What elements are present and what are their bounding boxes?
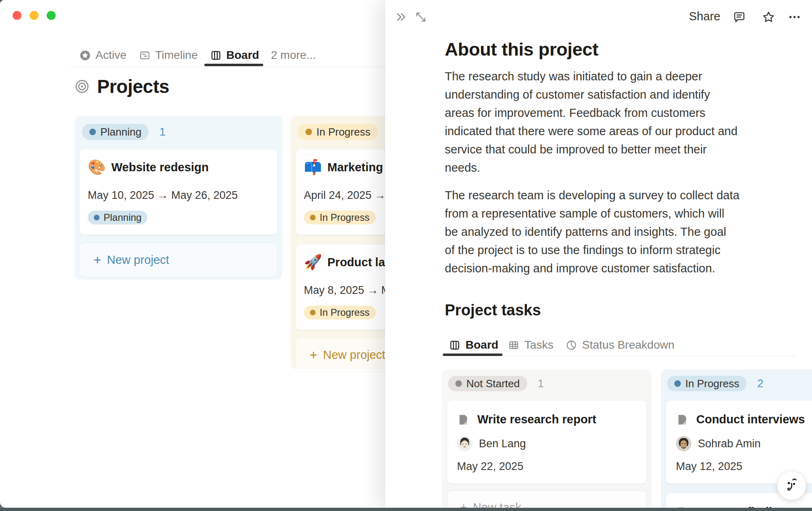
- tasks-tab-board[interactable]: Board: [449, 336, 498, 354]
- tab-timeline-view[interactable]: Timeline: [139, 46, 198, 65]
- column-count: 1: [538, 377, 544, 390]
- ai-face-icon: [783, 477, 801, 494]
- close-side-peek-button[interactable]: [392, 8, 410, 26]
- tab-label: Board: [226, 49, 259, 62]
- card-title: Product lau: [327, 256, 392, 269]
- mailbox-emoji-icon: 📫: [304, 158, 323, 176]
- tab-label: Status Breakdown: [582, 339, 674, 351]
- card-status-tag: Planning: [88, 211, 147, 224]
- avatar-ben-lang: [457, 436, 472, 451]
- board-icon: [449, 339, 461, 351]
- bullseye-icon: [74, 79, 90, 94]
- column-name: In Progress: [316, 126, 370, 138]
- tasks-column-not-started: Not Started 1 Write research report: [442, 369, 652, 508]
- about-paragraph-2: The research team is developing a survey…: [445, 186, 782, 278]
- card-title: Marketing c: [327, 161, 393, 174]
- notion-ai-button[interactable]: [777, 471, 806, 500]
- notion-window: Active Timeline Board 2 more... Projects: [0, 0, 812, 508]
- desktop-strip: [0, 507, 812, 511]
- tab-board-view[interactable]: Board: [210, 46, 259, 65]
- card-status-tag: In Progress: [304, 211, 376, 224]
- status-dot: [674, 380, 681, 387]
- assignee-name: Sohrab Amin: [698, 438, 761, 450]
- column-name: Not Started: [466, 377, 520, 390]
- status-dot: [310, 310, 316, 315]
- tab-active-view[interactable]: Active: [79, 46, 126, 65]
- pie-chart-icon: [565, 339, 577, 351]
- status-dot: [455, 380, 462, 387]
- screen: Active Timeline Board 2 more... Projects: [0, 0, 812, 511]
- card-title: Interpret findings: [696, 505, 793, 508]
- plus-icon: +: [310, 348, 317, 362]
- tag-label: Planning: [104, 212, 141, 223]
- page-icon: [457, 414, 469, 426]
- page-title: Projects: [97, 75, 169, 97]
- column-name: In Progress: [685, 377, 739, 390]
- tab-label: Board: [466, 339, 498, 351]
- status-dot: [89, 129, 96, 135]
- about-paragraph-1: The research study was initiated to gain…: [445, 67, 782, 177]
- tasks-tab-tasks[interactable]: Tasks: [508, 336, 554, 354]
- palette-emoji-icon: 🎨: [88, 158, 106, 176]
- card-title: Write research report: [477, 413, 596, 426]
- column-name: Planning: [100, 126, 141, 138]
- tab-label: Timeline: [155, 49, 198, 62]
- card-due-date: May 22, 2025: [457, 460, 637, 473]
- tab-label: Active: [95, 49, 126, 62]
- card-title: Conduct interviews: [696, 413, 805, 426]
- board-column-planning: Planning 1 🎨 Website redesign May 10, 20…: [74, 116, 282, 280]
- new-task-button[interactable]: + New task: [447, 490, 647, 508]
- new-project-button-planning[interactable]: + New project: [79, 242, 277, 277]
- status-dot: [94, 215, 100, 220]
- plus-icon: +: [460, 501, 467, 508]
- minimize-window-button[interactable]: [30, 11, 39, 20]
- card-date-range: May 10, 2025 → May 26, 2025: [88, 189, 269, 202]
- favorite-star-button[interactable]: [760, 8, 777, 26]
- avatar-sohrab-amin: [676, 436, 691, 451]
- tab-label: Tasks: [524, 339, 554, 351]
- status-dot: [305, 129, 312, 135]
- status-dot: [310, 215, 316, 220]
- new-project-label: New project: [107, 253, 169, 267]
- assignee-name: Ben Lang: [479, 438, 526, 450]
- close-window-button[interactable]: [13, 11, 22, 20]
- new-task-label: New task: [473, 501, 521, 508]
- table-icon: [508, 339, 520, 351]
- column-status-pill[interactable]: Planning: [82, 124, 149, 140]
- board-icon: [210, 50, 222, 61]
- plus-icon: +: [93, 253, 101, 267]
- tab-more-views[interactable]: 2 more...: [271, 46, 316, 65]
- column-header: Not Started 1: [448, 376, 645, 391]
- card-title: Website redesign: [111, 161, 209, 174]
- page-icon: [676, 414, 688, 426]
- column-count: 1: [159, 125, 166, 138]
- side-peek-panel: Share About this project The research st…: [385, 0, 812, 508]
- column-header: Planning 1: [82, 124, 275, 140]
- star-circle-icon: [79, 50, 91, 61]
- column-status-pill[interactable]: Not Started: [448, 376, 527, 391]
- share-button[interactable]: Share: [689, 10, 720, 23]
- task-card-write-research-report[interactable]: Write research report Ben Lang May 22, 2…: [447, 400, 647, 484]
- tab-label: 2 more...: [271, 49, 316, 62]
- column-status-pill[interactable]: In Progress: [298, 124, 378, 140]
- more-options-button[interactable]: [786, 8, 803, 26]
- comments-button[interactable]: [730, 8, 748, 26]
- page-title-row: Projects: [74, 75, 169, 97]
- active-tab-underline: [443, 354, 502, 356]
- rocket-emoji-icon: 🚀: [304, 253, 323, 271]
- tag-label: In Progress: [320, 307, 370, 318]
- project-card-website-redesign[interactable]: 🎨 Website redesign May 10, 2025 → May 26…: [79, 149, 277, 235]
- zoom-window-button[interactable]: [47, 11, 56, 20]
- tasks-tab-status-breakdown[interactable]: Status Breakdown: [565, 336, 674, 354]
- timeline-icon: [139, 50, 151, 61]
- page-icon: [676, 506, 688, 508]
- tag-label: In Progress: [320, 212, 370, 223]
- column-count: 2: [757, 377, 764, 390]
- section-heading-about: About this project: [445, 39, 598, 60]
- expand-page-button[interactable]: [412, 8, 430, 26]
- column-header: In Progress 2: [667, 376, 812, 391]
- new-project-label: New project: [323, 348, 385, 362]
- section-heading-project-tasks: Project tasks: [445, 302, 541, 319]
- column-status-pill[interactable]: In Progress: [667, 376, 747, 391]
- card-status-tag: In Progress: [304, 306, 376, 319]
